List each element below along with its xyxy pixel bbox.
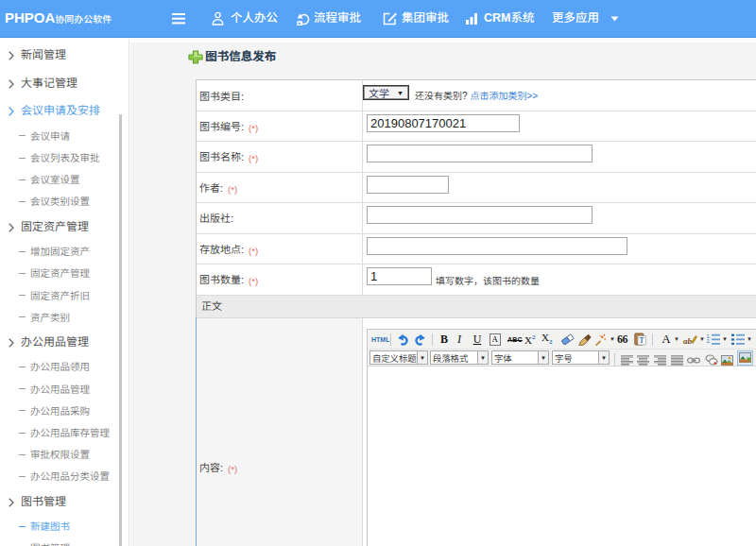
svg-text:T: T — [640, 336, 644, 345]
svg-text:ab: ab — [683, 336, 693, 346]
svg-text:2.: 2. — [707, 338, 712, 344]
